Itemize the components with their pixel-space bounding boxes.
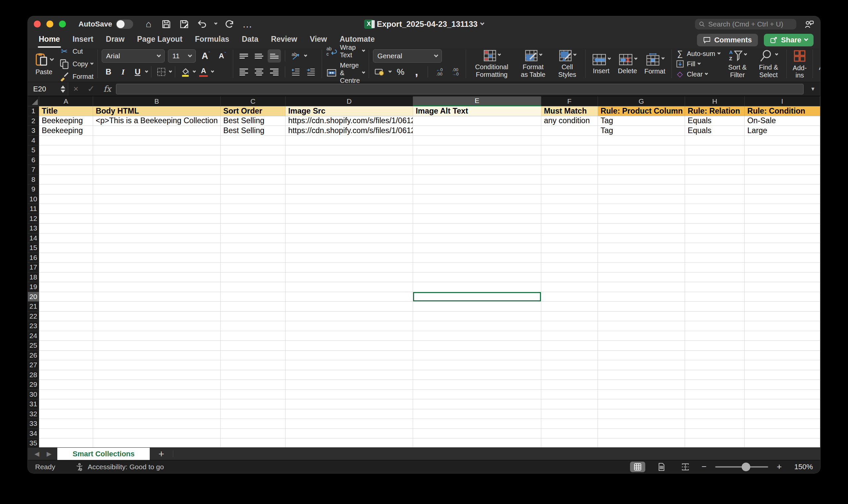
cell-B4[interactable] — [93, 136, 220, 146]
home-icon[interactable]: ⌂ — [143, 19, 154, 30]
cell-A32[interactable] — [39, 409, 93, 419]
cell-H16[interactable] — [685, 253, 745, 263]
cell-B10[interactable] — [93, 194, 220, 204]
cell-H9[interactable] — [685, 184, 745, 194]
zoom-window-button[interactable] — [59, 20, 66, 28]
cell-C24[interactable] — [220, 331, 285, 341]
row-header-2[interactable]: 2 — [28, 116, 39, 126]
cell-F31[interactable] — [541, 399, 598, 409]
tab-review[interactable]: Review — [265, 32, 303, 48]
tab-draw[interactable]: Draw — [100, 32, 131, 48]
page-layout-view-button[interactable] — [654, 462, 669, 472]
cell-F2[interactable]: any condition — [541, 116, 598, 126]
cell-F28[interactable] — [541, 370, 598, 380]
zoom-level[interactable]: 150% — [790, 463, 813, 471]
cell-G20[interactable] — [598, 292, 685, 302]
cell-A23[interactable] — [39, 321, 93, 331]
cell-I1[interactable]: Rule: Condition — [745, 106, 820, 116]
cell-I17[interactable] — [745, 263, 820, 272]
cell-D11[interactable] — [285, 204, 413, 214]
cell-I29[interactable] — [745, 380, 820, 390]
cell-H5[interactable] — [685, 145, 745, 155]
find-select-button[interactable]: Find & Select — [755, 49, 782, 79]
add-ins-button[interactable]: Add-ins — [791, 49, 809, 79]
row-header-4[interactable]: 4 — [28, 136, 39, 146]
row-header-6[interactable]: 6 — [28, 155, 39, 165]
orientation-button[interactable]: ab — [289, 49, 302, 62]
cell-E20[interactable] — [413, 292, 541, 302]
name-box[interactable]: E20 — [28, 82, 60, 96]
cell-I32[interactable] — [745, 409, 820, 419]
cell-D24[interactable] — [285, 331, 413, 341]
cell-H31[interactable] — [685, 399, 745, 409]
row-header-17[interactable]: 17 — [28, 263, 39, 272]
cell-E24[interactable] — [413, 331, 541, 341]
cell-E3[interactable] — [413, 126, 541, 136]
cell-C10[interactable] — [220, 194, 285, 204]
cell-H7[interactable] — [685, 165, 745, 175]
undo-chevron-icon[interactable] — [214, 21, 218, 25]
cell-D7[interactable] — [285, 165, 413, 175]
number-format-select[interactable]: General — [373, 49, 442, 62]
cell-C5[interactable] — [220, 145, 285, 155]
cell-F7[interactable] — [541, 165, 598, 175]
cell-I23[interactable] — [745, 321, 820, 331]
cell-A21[interactable] — [39, 302, 93, 312]
accounting-format-button[interactable] — [373, 65, 386, 78]
cell-C16[interactable] — [220, 253, 285, 263]
cell-A28[interactable] — [39, 370, 93, 380]
cell-E21[interactable] — [413, 302, 541, 312]
cell-F29[interactable] — [541, 380, 598, 390]
align-center-button[interactable] — [252, 65, 266, 78]
row-header-10[interactable]: 10 — [28, 194, 39, 204]
cell-H28[interactable] — [685, 370, 745, 380]
cell-D30[interactable] — [285, 390, 413, 400]
cell-F19[interactable] — [541, 282, 598, 292]
cell-I12[interactable] — [745, 214, 820, 224]
cell-G11[interactable] — [598, 204, 685, 214]
row-header-12[interactable]: 12 — [28, 214, 39, 224]
merge-centre-button[interactable]: Merge & Centre — [326, 61, 365, 85]
cell-D22[interactable] — [285, 312, 413, 322]
page-break-view-button[interactable] — [678, 462, 693, 472]
cell-G1[interactable]: Rule: Product Column — [598, 106, 685, 116]
cell-F20[interactable] — [541, 292, 598, 302]
cell-D5[interactable] — [285, 145, 413, 155]
format-painter-button[interactable]: Format — [59, 71, 93, 82]
fill-button[interactable]: Fill — [676, 60, 721, 68]
cell-H34[interactable] — [685, 429, 745, 439]
cell-E26[interactable] — [413, 351, 541, 361]
cell-C26[interactable] — [220, 351, 285, 361]
decrease-indent-button[interactable] — [289, 65, 302, 78]
cell-B15[interactable] — [93, 243, 220, 253]
close-window-button[interactable] — [34, 20, 41, 28]
cell-D18[interactable] — [285, 272, 413, 283]
row-header-14[interactable]: 14 — [28, 233, 39, 244]
cell-G26[interactable] — [598, 351, 685, 361]
copy-button[interactable]: Copy — [59, 58, 93, 70]
cell-A11[interactable] — [39, 204, 93, 214]
cell-D4[interactable] — [285, 136, 413, 146]
cell-E15[interactable] — [413, 243, 541, 253]
select-all-corner[interactable] — [28, 96, 39, 106]
cell-B5[interactable] — [93, 145, 220, 155]
cell-G2[interactable]: Tag — [598, 116, 685, 126]
cell-I16[interactable] — [745, 253, 820, 263]
cell-A12[interactable] — [39, 214, 93, 224]
row-header-19[interactable]: 19 — [28, 282, 39, 292]
cell-A16[interactable] — [39, 253, 93, 263]
cell-B16[interactable] — [93, 253, 220, 263]
cell-E35[interactable] — [413, 438, 541, 447]
cell-G25[interactable] — [598, 341, 685, 351]
cell-C7[interactable] — [220, 165, 285, 175]
cell-G19[interactable] — [598, 282, 685, 292]
row-header-15[interactable]: 15 — [28, 243, 39, 253]
cell-D13[interactable] — [285, 223, 413, 233]
cell-A26[interactable] — [39, 351, 93, 361]
cell-G10[interactable] — [598, 194, 685, 204]
cell-styles-button[interactable]: Cell Styles — [553, 49, 581, 78]
cell-F5[interactable] — [541, 145, 598, 155]
row-header-32[interactable]: 32 — [28, 409, 39, 419]
cell-C23[interactable] — [220, 321, 285, 331]
normal-view-button[interactable] — [630, 462, 645, 472]
